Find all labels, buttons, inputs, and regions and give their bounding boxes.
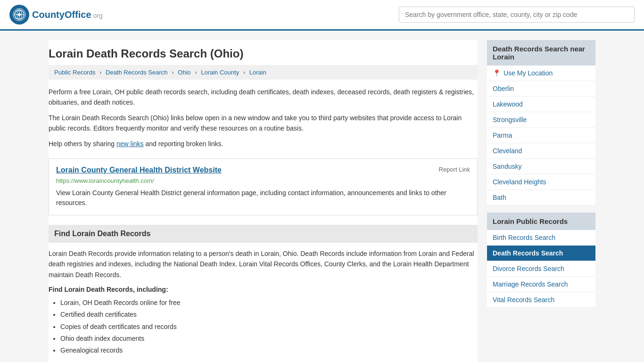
logo-county: County [32, 9, 65, 20]
sidebar-birth-records[interactable]: Birth Records Search [487, 230, 595, 246]
header: CountyOffice.org [0, 0, 644, 31]
public-records-section: Lorain Public Records Birth Records Sear… [487, 213, 595, 308]
report-link[interactable]: Report Link [439, 166, 470, 173]
logo-text: CountyOffice.org [32, 9, 103, 20]
list-item: Lorain, OH Death Records online for free [60, 297, 478, 309]
records-list: Lorain, OH Death Records online for free… [60, 297, 478, 356]
public-records-section-title: Lorain Public Records [487, 213, 595, 230]
use-my-location-item[interactable]: 📍 Use My Location [487, 66, 595, 81]
main-container: Lorain Death Records Search (Ohio) Publi… [39, 40, 605, 362]
sidebar-city-cleveland-heights[interactable]: Cleveland Heights [487, 174, 595, 190]
sidebar-marriage-records[interactable]: Marriage Records Search [487, 277, 595, 292]
breadcrumb-public-records[interactable]: Public Records [54, 69, 95, 76]
breadcrumb-lorain[interactable]: Lorain [249, 69, 266, 76]
sidebar-city-bath[interactable]: Bath [487, 190, 595, 206]
logo-area: CountyOffice.org [9, 5, 103, 25]
nearby-section-title: Death Records Search near Lorain [487, 40, 595, 66]
use-my-location-link[interactable]: 📍 Use My Location [493, 69, 590, 77]
sidebar-city-oberlin[interactable]: Oberlin [487, 81, 595, 97]
sidebar: Death Records Search near Lorain 📍 Use M… [487, 40, 595, 362]
list-item: Copies of death certificates and records [60, 321, 478, 333]
sidebar-divorce-records[interactable]: Divorce Records Search [487, 261, 595, 277]
find-section-header: Find Lorain Death Records [49, 225, 478, 243]
sidebar-death-records[interactable]: Death Records Search [487, 246, 595, 261]
sidebar-city-lakewood[interactable]: Lakewood [487, 97, 595, 112]
breadcrumb: Public Records › Death Records Search › … [49, 65, 478, 80]
nearby-section: Death Records Search near Lorain 📍 Use M… [487, 40, 595, 206]
breadcrumb-ohio[interactable]: Ohio [178, 69, 190, 76]
logo-icon [9, 5, 29, 25]
list-item: Ohio death index documents [60, 333, 478, 345]
sidebar-city-cleveland[interactable]: Cleveland [487, 143, 595, 159]
breadcrumb-death-records[interactable]: Death Records Search [106, 69, 168, 76]
link-card-url: https://www.loraincountyhealth.com/ [56, 177, 470, 184]
breadcrumb-lorain-county[interactable]: Lorain County [201, 69, 239, 76]
desc-para-2: The Lorain Death Records Search (Ohio) l… [49, 113, 478, 134]
page-title: Lorain Death Records Search (Ohio) [49, 40, 478, 65]
svg-point-5 [18, 13, 21, 16]
find-list-heading: Find Lorain Death Records, including: [49, 286, 478, 293]
list-item: Genealogical records [60, 345, 478, 356]
sidebar-city-strongsville[interactable]: Strongsville [487, 112, 595, 128]
desc-para-1: Perform a free Lorain, OH public death r… [49, 87, 478, 108]
search-input[interactable] [399, 7, 635, 23]
new-links-link[interactable]: new links [116, 140, 144, 148]
find-section-body: Lorain Death Records provide information… [49, 248, 478, 280]
link-card-title[interactable]: Lorain County General Health District We… [56, 166, 222, 174]
logo-office: Office [65, 9, 91, 20]
sidebar-city-sandusky[interactable]: Sandusky [487, 159, 595, 174]
link-card: Lorain County General Health District We… [49, 158, 478, 215]
desc-para-3: Help others by sharing new links and rep… [49, 139, 478, 149]
sidebar-city-parma[interactable]: Parma [487, 128, 595, 143]
link-card-desc: View Lorain County General Health Distri… [56, 188, 470, 208]
sidebar-vital-records[interactable]: Vital Records Search [487, 292, 595, 308]
location-icon: 📍 [493, 69, 501, 77]
list-item: Certified death certificates [60, 309, 478, 321]
content: Lorain Death Records Search (Ohio) Publi… [49, 40, 478, 362]
